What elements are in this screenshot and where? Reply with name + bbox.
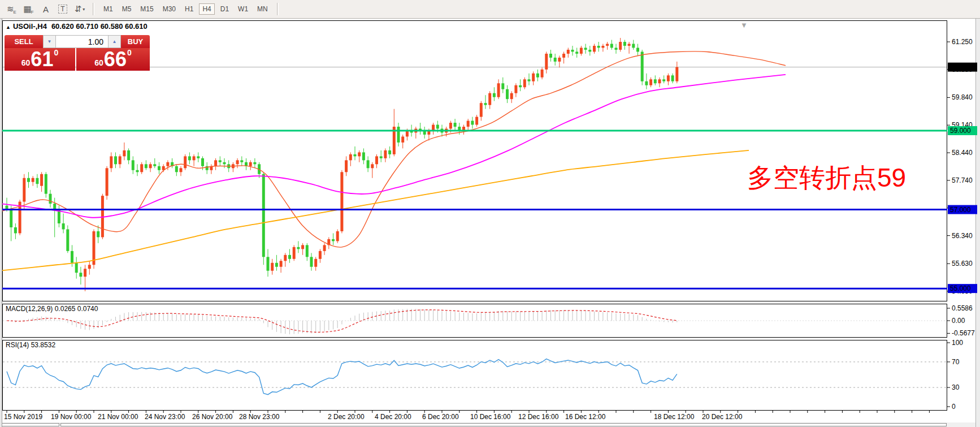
sell-price-main: 61	[31, 51, 53, 68]
sell-price-prefix: 60	[21, 59, 31, 67]
symbol-label: USOil-,H4	[13, 22, 47, 31]
buy-price-display[interactable]: 60 66 0	[76, 48, 150, 71]
timeframe-button-h1[interactable]: H1	[181, 3, 197, 15]
timeframe-button-d1[interactable]: D1	[217, 3, 232, 15]
svg-text:0.5586: 0.5586	[952, 304, 973, 312]
svg-text:20 Dec 12:00: 20 Dec 12:00	[702, 413, 743, 421]
svg-text:4 Dec 20:00: 4 Dec 20:00	[375, 413, 411, 421]
svg-text:70: 70	[952, 358, 960, 366]
timeframe-button-mn[interactable]: MN	[254, 3, 271, 15]
svg-text:59.840: 59.840	[952, 93, 973, 101]
one-click-trading-panel: SELL ▼ ▲ BUY 60 61 0 60 66 0	[5, 35, 150, 71]
timeframe-button-h4[interactable]: H4	[199, 3, 214, 15]
rsi-label: RSI(14) 53.8532	[6, 341, 55, 349]
svg-text:58.440: 58.440	[952, 149, 973, 157]
buy-price-main: 66	[104, 51, 127, 68]
grid-icon[interactable]: ▦F	[21, 2, 37, 16]
svg-text:59.000: 59.000	[950, 127, 971, 135]
svg-text:19 Nov 00:00: 19 Nov 00:00	[51, 413, 92, 421]
toolbar-separator	[93, 3, 94, 15]
chart-shift-marker-icon[interactable]: ▼	[740, 21, 748, 29]
toolbar: ≋E▦FAT⇵▾ M1M5M15M30H1H4D1W1MN	[0, 0, 980, 19]
collapse-arrow-icon[interactable]: ▲	[6, 24, 11, 30]
svg-text:61.250: 61.250	[952, 38, 973, 46]
svg-text:55.000: 55.000	[950, 284, 971, 292]
timeframe-group: M1M5M15M30H1H4D1W1MN	[99, 3, 272, 15]
indicators-icon[interactable]: ≋E	[4, 2, 20, 16]
svg-text:60.610: 60.610	[950, 63, 971, 71]
svg-text:-0.5677: -0.5677	[952, 329, 975, 337]
svg-text:2 Dec 20:00: 2 Dec 20:00	[328, 413, 365, 421]
text-box-icon[interactable]: T	[55, 2, 71, 16]
buy-button[interactable]: BUY	[121, 35, 150, 48]
timeframe-button-m5[interactable]: M5	[119, 3, 135, 15]
scrollbar-track[interactable]	[61, 424, 947, 426]
svg-text:24 Nov 23:00: 24 Nov 23:00	[145, 413, 185, 421]
toolbar-icons: ≋E▦FAT⇵▾	[0, 2, 88, 16]
sell-price-display[interactable]: 60 61 0	[5, 48, 75, 71]
volume-decrease-button[interactable]: ▼	[43, 35, 56, 48]
svg-text:0.00: 0.00	[952, 317, 965, 325]
chart-title: ▲USOil-,H460.620 60.710 60.580 60.610	[6, 22, 148, 31]
timeframe-button-m30[interactable]: M30	[159, 3, 179, 15]
svg-text:6 Dec 20:00: 6 Dec 20:00	[422, 413, 459, 421]
svg-text:56.340: 56.340	[952, 232, 973, 240]
svg-text:15 Nov 2019: 15 Nov 2019	[4, 413, 42, 421]
svg-text:18 Dec 12:00: 18 Dec 12:00	[654, 413, 695, 421]
window-left-edge	[0, 18, 2, 427]
volume-input[interactable]	[56, 35, 108, 48]
svg-text:55.630: 55.630	[952, 260, 973, 268]
svg-text:57.000: 57.000	[950, 206, 971, 214]
toolbar-separator	[277, 3, 279, 15]
svg-text:10 Dec 16:00: 10 Dec 16:00	[470, 413, 511, 421]
sell-price-pip: 0	[54, 48, 58, 57]
svg-text:28 Nov 23:00: 28 Nov 23:00	[239, 413, 280, 421]
macd-label: MACD(12,26,9) 0.0265 0.0740	[6, 305, 98, 313]
svg-text:26 Nov 20:00: 26 Nov 20:00	[192, 413, 233, 421]
svg-text:12 Dec 16:00: 12 Dec 16:00	[518, 413, 559, 421]
volume-increase-button[interactable]: ▲	[108, 35, 121, 48]
timeframe-button-w1[interactable]: W1	[235, 3, 251, 15]
ohlc-values: 60.620 60.710 60.580 60.610	[51, 22, 148, 31]
annotation-text: 多空转折点59	[747, 161, 906, 196]
buy-price-pip: 0	[127, 48, 132, 57]
timeframe-button-m1[interactable]: M1	[100, 3, 116, 15]
text-label-icon[interactable]: A	[38, 2, 54, 16]
scrollbar-thumb[interactable]	[2, 424, 59, 426]
buy-price-prefix: 60	[94, 59, 103, 67]
svg-text:21 Nov 00:00: 21 Nov 00:00	[98, 413, 138, 421]
svg-text:57.740: 57.740	[952, 176, 973, 184]
svg-text:0: 0	[952, 403, 956, 411]
timeframe-button-m15[interactable]: M15	[137, 3, 157, 15]
svg-text:16 Dec 12:00: 16 Dec 12:00	[565, 413, 606, 421]
svg-text:30: 30	[952, 383, 960, 391]
sell-button[interactable]: SELL	[5, 35, 43, 48]
svg-text:100: 100	[952, 339, 963, 347]
arrange-icon[interactable]: ⇵▾	[72, 2, 88, 16]
